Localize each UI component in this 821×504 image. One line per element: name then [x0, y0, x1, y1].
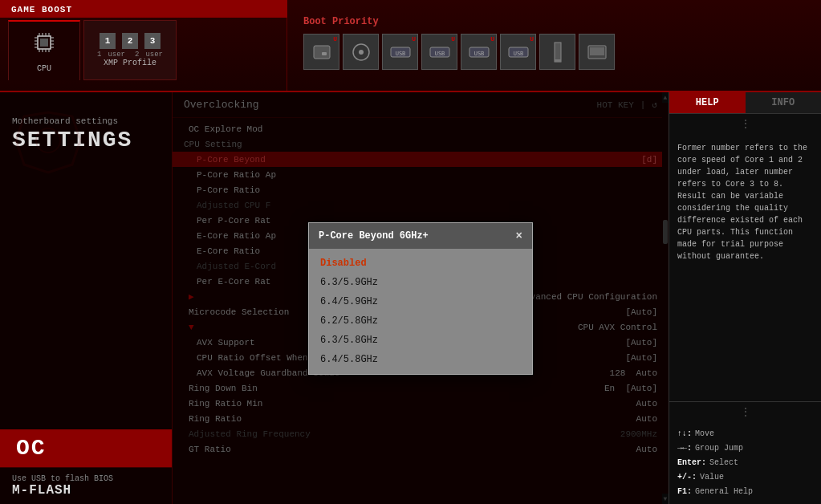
boot-device-usb4[interactable]: U USB — [500, 34, 536, 70]
mflash-label: Use USB to flash BIOS — [12, 474, 160, 483]
boot-device-usb2[interactable]: U USB — [421, 34, 457, 70]
key-value-desc: Value — [700, 470, 724, 485]
panel-dots-bottom: ⋮ — [669, 401, 821, 422]
mflash-title: M-FLASH — [12, 483, 160, 498]
help-content: Former number refers to the core speed o… — [669, 134, 821, 401]
right-panel: HELP INFO ⋮ Former number refers to the … — [669, 92, 821, 504]
key-select: Enter: Select — [677, 456, 813, 470]
modal-option-1[interactable]: 6.3/5.9GHz — [309, 273, 532, 292]
key-move-desc: Move — [695, 427, 714, 441]
key-legend: ↑↓: Move →←: Group Jump Enter: Select +/… — [669, 422, 821, 504]
svg-text:USB: USB — [513, 51, 523, 57]
modal-option-0[interactable]: Disabled — [309, 254, 532, 273]
modal-overlay: P-Core Beyond 6GHz+ × Disabled 6.3/5.9GH… — [173, 92, 669, 504]
svg-rect-31 — [555, 59, 561, 62]
modal-close-button[interactable]: × — [516, 230, 522, 242]
center-content: Overclocking HOT KEY | ↺ OC Explore Mod … — [173, 92, 669, 504]
svg-point-21 — [359, 50, 364, 55]
cpu-tab-label: CPU — [37, 64, 51, 73]
xmp-tab[interactable]: 1 2 3 1user 2user XMP Profile — [83, 20, 177, 80]
top-bar: GAME BOOST CPU 1 2 3 1user 2user XMP P — [0, 0, 821, 92]
xmp-tab-label: XMP Profile — [104, 59, 156, 67]
game-boost-tab[interactable]: GAME BOOST — [0, 0, 287, 18]
help-tab[interactable]: HELP — [669, 92, 746, 113]
modal-option-3[interactable]: 6.2/5.8GHz — [309, 311, 532, 331]
modal-title: P-Core Beyond 6GHz+ — [319, 230, 429, 242]
sidebar-oc-label: OC — [16, 436, 47, 461]
xmp-numbers: 1 2 3 — [100, 33, 161, 49]
boot-device-m2[interactable] — [539, 34, 575, 70]
boot-device-bios[interactable] — [579, 34, 615, 70]
help-info-tabs: HELP INFO — [669, 92, 821, 114]
key-select-desc: Select — [709, 456, 738, 470]
svg-rect-30 — [555, 43, 561, 62]
modal-header: P-Core Beyond 6GHz+ × — [309, 223, 532, 249]
key-move-key: ↑↓: — [677, 427, 692, 441]
boot-device-usb3[interactable]: U USB — [461, 34, 497, 70]
panel-dots-top: ⋮ — [669, 114, 821, 134]
boot-device-optical[interactable] — [343, 34, 379, 70]
key-help-key: F1: — [677, 485, 692, 499]
help-text: Former number refers to the core speed o… — [677, 144, 807, 261]
sidebar-bg-icon — [8, 108, 88, 224]
info-tab[interactable]: INFO — [746, 92, 822, 113]
modal-option-2[interactable]: 6.4/5.9GHz — [309, 292, 532, 311]
key-help: F1: General Help — [677, 485, 813, 499]
svg-rect-33 — [590, 47, 604, 55]
cpu-icon — [31, 30, 57, 61]
boot-priority-title: Boot Priority — [303, 16, 813, 27]
sidebar: Motherboard settings SETTINGS OC Use USB… — [0, 92, 173, 504]
cpu-tab[interactable]: CPU — [8, 20, 80, 80]
main-layout: Motherboard settings SETTINGS OC Use USB… — [0, 92, 821, 504]
key-group: →←: Group Jump — [677, 441, 813, 456]
svg-rect-18 — [314, 46, 330, 59]
key-group-desc: Group Jump — [695, 441, 743, 456]
svg-rect-19 — [322, 52, 327, 55]
boot-priority-section: Boot Priority U U USB U USB U USB — [287, 0, 821, 91]
sidebar-oc-item[interactable]: OC — [0, 429, 172, 467]
modal-body: Disabled 6.3/5.9GHz 6.4/5.9GHz 6.2/5.8GH… — [309, 249, 532, 374]
key-value: +/-: Value — [677, 470, 813, 485]
boot-device-usb1[interactable]: U USB — [382, 34, 418, 70]
key-select-key: Enter: — [677, 456, 706, 470]
modal-dialog: P-Core Beyond 6GHz+ × Disabled 6.3/5.9GH… — [308, 222, 533, 375]
modal-option-5[interactable]: 6.4/5.8GHz — [309, 350, 532, 369]
svg-rect-1 — [40, 39, 48, 47]
key-move: ↑↓: Move — [677, 427, 813, 441]
game-boost-label: GAME BOOST — [11, 5, 72, 14]
boot-device-hdd[interactable]: U — [303, 34, 339, 70]
svg-text:USB: USB — [395, 51, 405, 57]
sidebar-bottom: Use USB to flash BIOS M-FLASH — [0, 467, 172, 504]
svg-text:USB: USB — [473, 51, 484, 57]
svg-point-34 — [36, 128, 60, 152]
svg-text:USB: USB — [434, 51, 445, 57]
key-value-key: +/-: — [677, 470, 697, 485]
modal-option-4[interactable]: 6.3/5.8GHz — [309, 331, 532, 350]
key-help-desc: General Help — [695, 485, 753, 499]
key-group-key: →←: — [677, 441, 692, 456]
xmp-user-row: 1user 2user — [97, 51, 163, 59]
boot-devices: U U USB U USB U USB U USB — [303, 34, 813, 70]
